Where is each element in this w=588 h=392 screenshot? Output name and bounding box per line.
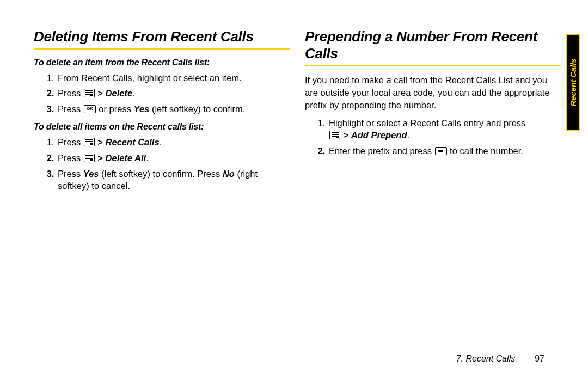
heading-deleting: Deleting Items From Recent Calls — [34, 28, 290, 45]
ok-key-icon — [84, 105, 96, 113]
menu-key-icon — [84, 154, 95, 162]
list-item: Enter the prefix and press to call the n… — [328, 145, 561, 157]
yellow-rule — [34, 48, 290, 50]
list-item: Press > Recent Calls. — [57, 136, 290, 149]
steps-delete-item: From Recent Calls, highlight or select a… — [34, 72, 290, 115]
footer-page-number: 97 — [535, 354, 544, 363]
menu-key-icon — [329, 131, 340, 139]
intro-paragraph: If you need to make a call from the Rece… — [305, 74, 561, 111]
side-tab-label: Recent Calls — [569, 58, 578, 106]
list-item: Press Yes (left softkey) to confirm. Pre… — [57, 168, 290, 193]
menu-key-icon — [84, 138, 95, 146]
yellow-rule — [305, 65, 561, 66]
list-item: Press > Delete. — [57, 87, 290, 100]
steps-delete-all: Press > Recent Calls. Press > Delete All… — [34, 136, 290, 192]
lead-delete-item: To delete an item from the Recent Calls … — [34, 58, 290, 68]
right-column: Prepending a Number From Recent Calls If… — [305, 28, 561, 199]
heading-prepending: Prepending a Number From Recent Calls — [305, 28, 561, 62]
list-item: Press or press Yes (left softkey) to con… — [57, 103, 290, 115]
menu-key-icon — [84, 89, 95, 97]
page-footer: 7. Recent Calls97 — [456, 354, 544, 364]
steps-prepend: Highlight or select a Recent Calls entry… — [305, 117, 561, 157]
side-tab: Recent Calls — [566, 34, 580, 131]
lead-delete-all: To delete all items on the Recent calls … — [34, 122, 290, 132]
left-column: Deleting Items From Recent Calls To dele… — [34, 28, 290, 199]
footer-section: 7. Recent Calls — [456, 354, 516, 363]
list-item: From Recent Calls, highlight or select a… — [57, 72, 290, 84]
talk-key-icon — [435, 147, 447, 155]
list-item: Highlight or select a Recent Calls entry… — [328, 117, 561, 142]
list-item: Press > Delete All. — [57, 152, 290, 164]
